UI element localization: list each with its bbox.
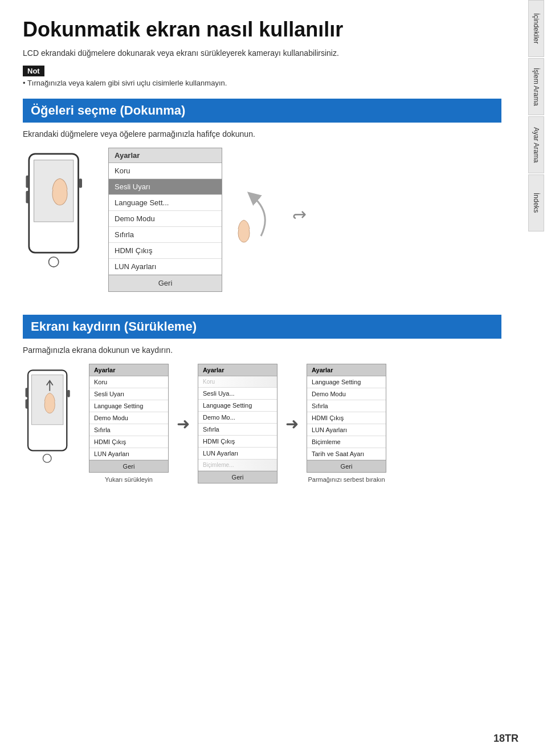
menu-footer: Geri xyxy=(109,275,222,291)
drag-section: Ayarlar Koru Sesli Uyarı Language Settin… xyxy=(23,364,501,483)
finger-svg xyxy=(227,190,272,247)
arrow-between-1: ➜ xyxy=(177,414,190,433)
drag-menu2: Ayarlar Koru Sesli Uya... Language Setti… xyxy=(198,364,277,483)
note-section: Not • Tırnağınızla veya kalem gibi sivri… xyxy=(23,66,501,87)
sidebar-tabs: İçindekiler İşlem Arama Ayar Arama İndek… xyxy=(525,0,547,756)
drag-label1: Yukarı sürükleyin xyxy=(105,476,153,483)
device-svg-touch xyxy=(23,148,97,283)
svg-rect-11 xyxy=(26,399,28,408)
menu-item-sifirla: Sıfırla xyxy=(109,227,222,243)
touch-section: Ayarlar Koru Sesli Uyarı Language Sett..… xyxy=(23,148,501,292)
tab-ayar-arama[interactable]: Ayar Arama xyxy=(528,116,544,173)
note-text: • Tırnağınızla veya kalem gibi sivri uçl… xyxy=(23,79,501,87)
page-number: 18TR xyxy=(493,733,519,745)
section1-subtitle: Ekrandaki düğmelere veya öğelere parmağı… xyxy=(23,129,501,139)
drag-menu1: Ayarlar Koru Sesli Uyarı Language Settin… xyxy=(89,364,169,473)
drag-device xyxy=(23,364,80,474)
menu-item-demo: Demo Modu xyxy=(109,211,222,227)
menu-mockup-touch: Ayarlar Koru Sesli Uyarı Language Sett..… xyxy=(108,148,222,292)
drag-menu3: Ayarlar Language Setting Demo Modu Sıfır… xyxy=(307,364,386,473)
menu-mockup-touch-wrap: Ayarlar Koru Sesli Uyarı Language Sett..… xyxy=(108,148,272,292)
tab-indeks[interactable]: İndeks xyxy=(528,174,544,231)
menu-item-hdmi: HDMI Çıkış xyxy=(109,243,222,259)
section1-heading: Öğeleri seçme (Dokunma) xyxy=(23,99,501,123)
drag-menu1-wrap: Ayarlar Koru Sesli Uyarı Language Settin… xyxy=(89,364,169,483)
menu-header: Ayarlar xyxy=(109,148,222,163)
drag-label2: Parmağınızı serbest bırakın xyxy=(308,476,385,483)
drag-menus-row: Ayarlar Koru Sesli Uyarı Language Settin… xyxy=(89,364,501,483)
svg-rect-2 xyxy=(26,176,28,188)
menu-item-sesli: Sesli Uyarı xyxy=(109,179,222,195)
tab-icindekiler[interactable]: İçindekiler xyxy=(528,0,544,57)
main-content: Dokunmatik ekran nasıl kullanılır LCD ek… xyxy=(23,17,501,483)
drag-device-svg xyxy=(23,364,80,472)
svg-rect-3 xyxy=(26,191,28,204)
svg-point-5 xyxy=(49,257,59,267)
drag-menu2-wrap: Ayarlar Koru Sesli Uya... Language Setti… xyxy=(198,364,277,483)
drag-section-content: Ayarlar Koru Sesli Uyarı Language Settin… xyxy=(23,364,501,483)
arrow-between-2: ➜ xyxy=(285,414,299,433)
menu-item-lun: LUN Ayarları xyxy=(109,259,222,275)
device-left xyxy=(23,148,97,286)
touch-arrow: ↩ xyxy=(292,205,307,225)
svg-rect-12 xyxy=(67,390,70,397)
section2-heading: Ekranı kaydırın (Sürükleme) xyxy=(23,315,501,339)
page-title: Dokunmatik ekran nasıl kullanılır xyxy=(23,17,501,42)
menu-item-lang: Language Sett... xyxy=(109,195,222,211)
svg-rect-4 xyxy=(79,178,82,188)
svg-point-13 xyxy=(43,454,51,463)
drag-menu3-wrap: Ayarlar Language Setting Demo Modu Sıfır… xyxy=(307,364,386,483)
menu-item-koru: Koru xyxy=(109,163,222,179)
page-wrapper: İçindekiler İşlem Arama Ayar Arama İndek… xyxy=(0,0,547,756)
finger-point-wrap xyxy=(227,190,272,250)
section2-subtitle: Parmağınızla ekrana dokunun ve kaydırın. xyxy=(23,346,501,355)
note-label: Not xyxy=(23,66,44,76)
page-subtitle: LCD ekrandaki düğmelere dokunarak veya e… xyxy=(23,48,501,58)
tab-islem-arama[interactable]: İşlem Arama xyxy=(528,58,544,115)
svg-rect-10 xyxy=(26,388,28,397)
